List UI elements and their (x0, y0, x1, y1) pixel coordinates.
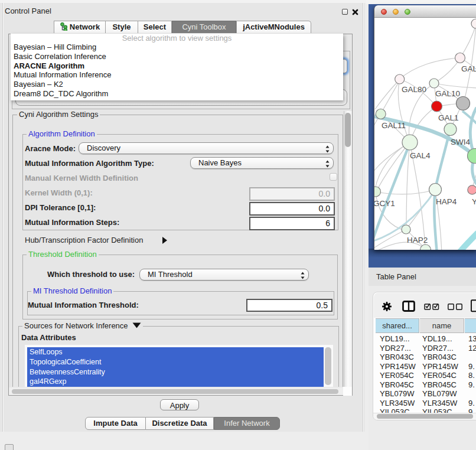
svg-text:HAP2: HAP2 (407, 236, 428, 244)
svg-text:GAL4: GAL4 (410, 151, 431, 160)
svg-text:GAL10: GAL10 (435, 89, 460, 98)
svg-text:GAL1: GAL1 (438, 113, 459, 122)
svg-text:YEL0: YEL0 (472, 197, 476, 206)
svg-text:GAL80: GAL80 (402, 85, 426, 94)
svg-text:HAP4: HAP4 (436, 197, 457, 206)
svg-text:GCY1: GCY1 (374, 199, 395, 208)
svg-text:GAL7: GAL7 (461, 64, 476, 73)
svg-text:SWI4: SWI4 (451, 138, 470, 146)
svg-text:GAL11: GAL11 (382, 121, 406, 130)
